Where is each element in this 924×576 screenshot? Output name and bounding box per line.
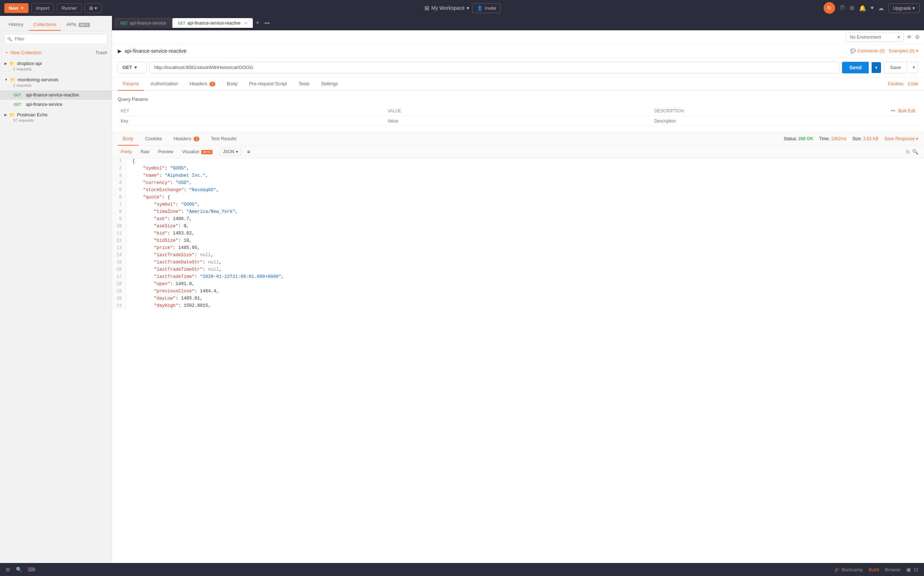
request-item-finance[interactable]: GET api-finance-service <box>0 100 112 109</box>
param-value-input[interactable] <box>388 118 649 123</box>
settings-env-icon[interactable]: ⚙ <box>915 34 920 40</box>
cookies-link[interactable]: Cookies <box>888 81 903 86</box>
expand-view-icon[interactable]: ⊡ <box>914 566 918 573</box>
examples-label: Examples (0) <box>889 48 914 53</box>
line-content: "timeZone": "America/New_York", <box>126 209 244 216</box>
send-arrow-button[interactable]: ▾ <box>871 62 881 73</box>
code-link[interactable]: Code <box>908 81 918 86</box>
request-title: ▶ api-finance-service-reactive <box>118 48 187 54</box>
topbar-right: ↻ ⏱ ⚙ 🔔 ♥ ☁ Upgrade ▾ <box>823 2 920 14</box>
save-arrow-button[interactable]: ▾ <box>910 62 918 73</box>
main-container: History Collections APIs BETA ＋ New Coll… <box>0 16 924 563</box>
comments-link[interactable]: 💬 Comments (0) <box>850 48 885 53</box>
req-tab-settings[interactable]: Settings <box>316 77 343 91</box>
collection-item-postman-echo[interactable]: ▶ 📁 Postman Echo 37 requests <box>0 109 112 125</box>
method-arrow: ▾ <box>134 65 137 70</box>
bootcamp-link[interactable]: 🎓 Bootcamp <box>835 567 863 573</box>
res-tab-headers[interactable]: Headers 2 <box>169 132 204 146</box>
add-tab-button[interactable]: + <box>254 19 262 27</box>
tab-api-finance-service-reactive[interactable]: GET api-finance-service-reactive ✕ <box>172 18 252 28</box>
examples-link[interactable]: Examples (0) ▾ <box>889 48 918 53</box>
headers-count-badge: 5 <box>209 82 215 86</box>
format-tab-visualize[interactable]: Visualize BETA <box>179 148 215 156</box>
method-selector[interactable]: GET ▾ <box>118 61 147 74</box>
import-button[interactable]: Import <box>32 3 54 13</box>
workspace-selector[interactable]: ⊞ My Workspace ▾ <box>424 5 469 11</box>
format-right-icons: ⎘ 🔍 <box>906 149 918 155</box>
req-tab-body[interactable]: Body <box>222 77 243 91</box>
line-content: "price": 1485.95, <box>126 245 206 252</box>
upgrade-button[interactable]: Upgrade ▾ <box>888 3 920 13</box>
tab-apis[interactable]: APIs BETA <box>62 19 94 31</box>
request-name: api-finance-service <box>26 102 62 107</box>
expand-arrow[interactable]: ▶ <box>118 48 122 54</box>
sync-icon[interactable]: ↻ <box>823 2 835 14</box>
history-icon[interactable]: ⏱ <box>839 5 845 11</box>
eye-icon[interactable]: 👁 <box>906 34 912 40</box>
res-tab-body[interactable]: Body <box>118 132 139 146</box>
search-input[interactable] <box>4 34 107 44</box>
format-tab-preview[interactable]: Preview <box>155 148 176 156</box>
build-link[interactable]: Build <box>869 567 879 573</box>
invite-button[interactable]: 👤 Invite <box>472 3 501 13</box>
param-description-input[interactable] <box>654 118 915 123</box>
json-line: 21 "dayHigh": 1502.8015, <box>112 303 924 310</box>
cloud-icon[interactable]: ☁ <box>878 5 884 11</box>
line-number: 21 <box>112 303 126 310</box>
collection-item-monitoring[interactable]: ▼ 📁 monitoring-services 2 requests <box>0 74 112 90</box>
req-tab-tests[interactable]: Tests <box>293 77 314 91</box>
collection-name: Postman Echo <box>17 112 48 117</box>
param-key-input[interactable] <box>121 118 382 123</box>
bottom-bar: ⊞ 🔍 ⌨ 🎓 Bootcamp Build Browse ▣ ⊡ <box>0 563 924 576</box>
format-tab-raw[interactable]: Raw <box>137 148 152 156</box>
browse-link[interactable]: Browse <box>885 567 900 573</box>
collection-item-dropbox[interactable]: ▶ 📁 dropbox-api 2 requests <box>0 58 112 74</box>
new-button-arrow: ▼ <box>21 6 24 10</box>
res-tab-test-results[interactable]: Test Results <box>206 132 242 146</box>
copy-icon[interactable]: ⎘ <box>906 149 909 155</box>
format-tab-pretty[interactable]: Pretty <box>118 148 135 156</box>
query-params-title: Query Params <box>118 96 918 102</box>
search-response-icon[interactable]: 🔍 <box>912 149 918 155</box>
tab-history[interactable]: History <box>4 19 27 31</box>
params-dots-button[interactable]: ••• <box>891 109 895 114</box>
request-item-reactive[interactable]: GET api-finance-service-reactive <box>0 90 112 100</box>
res-tab-cookies[interactable]: Cookies <box>140 132 167 146</box>
bottom-search-icon[interactable]: 🔍 <box>16 566 22 573</box>
new-button[interactable]: New ▼ <box>4 3 29 13</box>
settings-icon[interactable]: ⚙ <box>850 5 855 11</box>
req-tab-pre-request[interactable]: Pre-request Script <box>244 77 292 91</box>
heart-icon[interactable]: ♥ <box>871 5 874 11</box>
url-input[interactable] <box>150 61 839 74</box>
tab-api-finance-service[interactable]: GET api-finance-service <box>115 18 172 28</box>
bulk-edit-link[interactable]: Bulk Edit <box>898 109 915 114</box>
runner-button[interactable]: Runner <box>57 3 81 13</box>
req-tab-authorization[interactable]: Authorization <box>145 77 183 91</box>
layout-button[interactable]: ⊞ ▾ <box>85 3 102 13</box>
json-viewer: 1{2 "symbol": "GOOG",3 "name": "Alphabet… <box>112 158 924 563</box>
save-button[interactable]: Save <box>884 61 907 74</box>
split-view-icon[interactable]: ▣ <box>906 566 911 573</box>
trash-button[interactable]: Trash <box>95 50 107 55</box>
line-content: "lastTradeDateStr": null, <box>126 259 228 267</box>
bottom-console-icon[interactable]: ⌨ <box>28 566 35 573</box>
filter-icon[interactable]: ≡ <box>247 149 250 155</box>
notifications-icon[interactable]: 🔔 <box>859 5 866 11</box>
line-number: 12 <box>112 238 126 245</box>
collection-header: ▶ 📁 dropbox-api <box>4 61 107 66</box>
method-value: GET <box>123 65 132 70</box>
send-button[interactable]: Send <box>842 62 869 74</box>
req-tab-headers[interactable]: Headers 5 <box>185 77 220 91</box>
close-tab-icon[interactable]: ✕ <box>244 21 247 26</box>
environment-selector[interactable]: No Environment ▾ <box>846 32 904 42</box>
save-response-button[interactable]: Save Response ▾ <box>884 136 918 141</box>
more-tabs-button[interactable]: ••• <box>262 20 272 26</box>
req-tab-params[interactable]: Params <box>118 77 144 91</box>
line-number: 6 <box>112 194 126 202</box>
bottom-layout-icon[interactable]: ⊞ <box>6 566 10 573</box>
time-label: Time: 1062ms <box>819 136 847 141</box>
new-collection-button[interactable]: ＋ New Collection <box>4 49 42 56</box>
format-type-selector[interactable]: JSON ▾ <box>220 148 241 156</box>
tab-collections[interactable]: Collections <box>29 19 61 31</box>
line-content: "stockExchange": "NasdaqGS", <box>126 187 225 194</box>
